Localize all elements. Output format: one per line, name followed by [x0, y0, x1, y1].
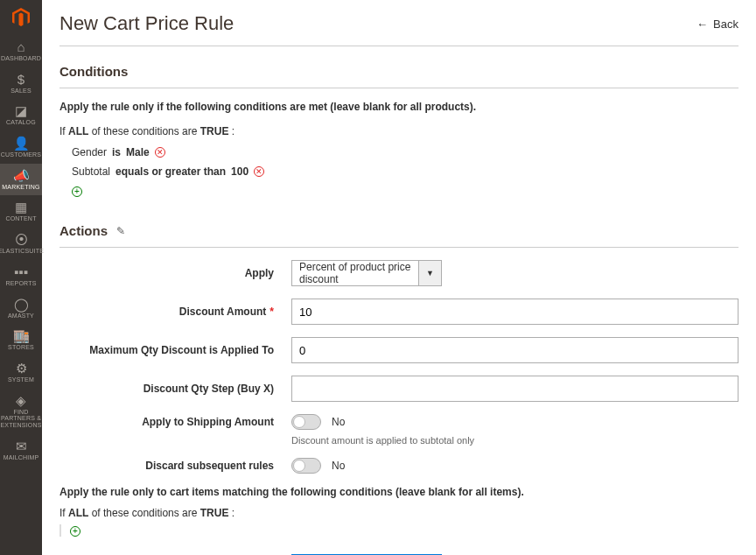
- nav-dashboard[interactable]: ⌂DASHBOARD: [0, 35, 42, 67]
- nav-label: SALES: [10, 88, 32, 95]
- condition-row: Subtotal equals or greater than 100 ✕: [72, 165, 738, 178]
- catalog-icon: ◪: [15, 104, 27, 117]
- nav-label: MAILCHIMP: [4, 454, 39, 461]
- condition-root: If ALL of these conditions are TRUE :: [60, 507, 738, 519]
- nav-label: ELASTICSUITE: [0, 248, 44, 255]
- condition-value[interactable]: Male: [126, 146, 150, 158]
- nav-label: FIND PARTNERS & EXTENSIONS: [0, 409, 42, 429]
- nav-customers[interactable]: 👤CUSTOMERS: [0, 131, 42, 164]
- nav-catalog[interactable]: ◪CATALOG: [0, 99, 42, 131]
- partners-icon: ◈: [16, 394, 26, 407]
- nav-stores[interactable]: 🏬STORES: [0, 324, 42, 356]
- nav-content[interactable]: ▦CONTENT: [0, 195, 42, 228]
- condition-attr[interactable]: Subtotal: [72, 165, 110, 178]
- max-qty-input[interactable]: [291, 337, 738, 363]
- magento-logo[interactable]: [0, 0, 42, 35]
- gear-icon: ⚙: [16, 362, 27, 375]
- mail-icon: ✉: [16, 439, 27, 453]
- nav-partners[interactable]: ◈FIND PARTNERS & EXTENSIONS: [0, 389, 42, 434]
- add-condition-icon[interactable]: +: [70, 526, 80, 537]
- nav-label: CATALOG: [6, 119, 36, 126]
- apply-row: Apply Percent of product price discount …: [60, 260, 738, 286]
- apply-shipping-toggle[interactable]: [291, 414, 321, 430]
- page-header: New Cart Price Rule ← Back: [60, 0, 738, 46]
- remove-condition-icon[interactable]: ✕: [155, 147, 165, 158]
- add-condition-icon[interactable]: +: [72, 186, 82, 197]
- nav-label: CUSTOMERS: [1, 151, 41, 158]
- nav-label: CONTENT: [5, 215, 36, 222]
- nav-label: SYSTEM: [8, 376, 34, 383]
- nav-elasticsuite[interactable]: ⦿ELASTICSUITE: [0, 228, 42, 260]
- main-content: New Cart Price Rule ← Back Conditions Ap…: [42, 0, 756, 555]
- discount-amount-label: Discount Amount*: [60, 306, 291, 318]
- back-link[interactable]: ← Back: [696, 18, 738, 31]
- stores-icon: 🏬: [13, 329, 30, 342]
- nav-label: DASHBOARD: [1, 55, 41, 62]
- divider: [60, 46, 738, 46]
- nav-label: MARKETING: [2, 184, 39, 191]
- remove-condition-icon[interactable]: ✕: [254, 166, 264, 177]
- pencil-icon[interactable]: ✎: [116, 225, 125, 237]
- nav-label: STORES: [8, 344, 34, 351]
- apply-select[interactable]: Percent of product price discount ▼: [291, 260, 442, 286]
- aggregator-all[interactable]: ALL: [68, 507, 88, 519]
- chevron-down-icon[interactable]: ▼: [418, 261, 441, 285]
- page-title: New Cart Price Rule: [60, 12, 234, 35]
- aggregator-all[interactable]: ALL: [68, 125, 88, 137]
- apply-shipping-label: Apply to Shipping Amount: [60, 416, 291, 428]
- nav-reports[interactable]: ▪▪▪REPORTS: [0, 260, 42, 292]
- nav-amasty[interactable]: ◯AMASTY: [0, 292, 42, 325]
- discard-rules-row: Discard subsequent rules No: [60, 458, 738, 474]
- arrow-left-icon: ←: [696, 18, 708, 31]
- bars-icon: ▪▪▪: [14, 265, 28, 278]
- items-conditions-helper: Apply the rule only to cart items matchi…: [60, 486, 738, 498]
- max-qty-row: Maximum Qty Discount is Applied To: [60, 337, 738, 363]
- conditions-helper: Apply the rule only if the following con…: [60, 101, 738, 113]
- dashboard-icon: ⌂: [17, 40, 24, 53]
- discard-rules-label: Discard subsequent rules: [60, 460, 291, 472]
- apply-shipping-row: Apply to Shipping Amount No: [60, 414, 738, 430]
- conditions-section-header[interactable]: Conditions: [60, 64, 738, 88]
- nav-label: REPORTS: [5, 280, 36, 287]
- condition-op[interactable]: equals or greater than: [116, 165, 226, 178]
- condition-attr[interactable]: Gender: [72, 146, 107, 158]
- dollar-icon: $: [18, 73, 24, 86]
- aggregator-true[interactable]: TRUE: [200, 507, 229, 519]
- nav-label: AMASTY: [8, 313, 34, 320]
- discount-amount-row: Discount Amount*: [60, 299, 738, 325]
- select-value: Percent of product price discount: [292, 261, 418, 285]
- qty-step-row: Discount Qty Step (Buy X): [60, 376, 738, 402]
- nav-system[interactable]: ⚙SYSTEM: [0, 356, 42, 389]
- admin-sidebar: ⌂DASHBOARD $SALES ◪CATALOG 👤CUSTOMERS 📣M…: [0, 0, 42, 555]
- back-label: Back: [713, 18, 738, 31]
- nav-mailchimp[interactable]: ✉MAILCHIMP: [0, 434, 42, 467]
- nav-sales[interactable]: $SALES: [0, 67, 42, 100]
- qty-step-input[interactable]: [291, 376, 738, 402]
- user-icon: 👤: [13, 137, 30, 150]
- discard-rules-toggle[interactable]: [291, 458, 321, 474]
- condition-root: If ALL of these conditions are TRUE :: [60, 125, 738, 137]
- aggregator-true[interactable]: TRUE: [200, 125, 229, 137]
- megaphone-icon: 📣: [13, 169, 30, 182]
- discount-amount-input[interactable]: [291, 299, 738, 325]
- amasty-icon: ◯: [14, 298, 29, 311]
- condition-op[interactable]: is: [112, 146, 121, 158]
- actions-section-header[interactable]: Actions ✎: [60, 223, 738, 248]
- toggle-value: No: [332, 460, 345, 472]
- elastic-icon: ⦿: [15, 233, 28, 246]
- qty-step-label: Discount Qty Step (Buy X): [60, 383, 291, 395]
- apply-label: Apply: [60, 267, 291, 279]
- max-qty-label: Maximum Qty Discount is Applied To: [60, 344, 291, 356]
- apply-shipping-helper: Discount amount is applied to subtotal o…: [291, 435, 738, 446]
- condition-row: Gender is Male ✕: [72, 146, 738, 158]
- conditions-block: Apply the rule only if the following con…: [60, 101, 738, 197]
- toggle-value: No: [332, 416, 345, 428]
- content-icon: ▦: [15, 200, 27, 214]
- nav-marketing[interactable]: 📣MARKETING: [0, 164, 42, 196]
- section-title: Actions: [60, 223, 108, 238]
- section-title: Conditions: [60, 64, 128, 79]
- condition-value[interactable]: 100: [231, 165, 248, 178]
